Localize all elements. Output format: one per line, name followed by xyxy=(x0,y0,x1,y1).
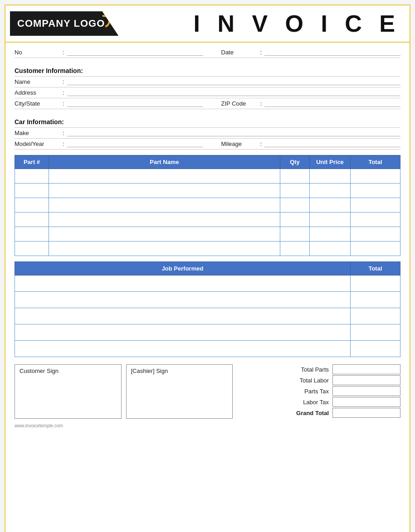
parts-name-cell[interactable] xyxy=(49,198,280,213)
total-parts-row: Total Parts xyxy=(237,364,400,374)
job-table-row[interactable] xyxy=(15,276,400,292)
no-value[interactable] xyxy=(67,49,203,56)
parts-name-cell[interactable] xyxy=(49,227,280,242)
parts-qty-cell[interactable] xyxy=(280,198,310,213)
parts-table-row[interactable] xyxy=(15,198,400,213)
parts-part-cell[interactable] xyxy=(15,169,49,184)
parts-name-cell[interactable] xyxy=(49,242,280,256)
job-table-row[interactable] xyxy=(15,341,400,357)
name-colon: : xyxy=(63,78,64,85)
job-desc-cell[interactable] xyxy=(15,276,351,292)
car-make-row: Make : xyxy=(15,128,400,139)
grand-total-value[interactable] xyxy=(332,408,400,418)
no-label: No xyxy=(15,49,60,56)
address-colon: : xyxy=(63,89,64,96)
citystate-value[interactable] xyxy=(67,101,203,107)
parts-unit-cell[interactable] xyxy=(310,242,351,256)
parts-total-cell[interactable] xyxy=(351,184,400,198)
parts-table-row[interactable] xyxy=(15,227,400,242)
parts-tax-label: Parts Tax xyxy=(237,388,332,395)
parts-unit-cell[interactable] xyxy=(310,184,351,198)
totals-section: Total Parts Total Labor Parts Tax Labor … xyxy=(237,364,400,419)
parts-total-cell[interactable] xyxy=(351,242,400,256)
total-parts-value[interactable] xyxy=(332,364,400,374)
total-parts-label: Total Parts xyxy=(237,366,332,373)
col-qty-header: Qty xyxy=(280,155,310,169)
invoice-no-date-row: No : Date : xyxy=(15,47,400,58)
job-total-cell[interactable] xyxy=(351,324,400,341)
parts-qty-cell[interactable] xyxy=(280,242,310,256)
total-labor-value[interactable] xyxy=(332,375,400,385)
parts-table-row[interactable] xyxy=(15,213,400,227)
parts-name-cell[interactable] xyxy=(49,184,280,198)
zipcode-value[interactable] xyxy=(264,101,400,107)
parts-unit-cell[interactable] xyxy=(310,169,351,184)
invoice-title: I N V O I C E xyxy=(194,10,401,37)
parts-total-cell[interactable] xyxy=(351,227,400,242)
parts-table-row[interactable] xyxy=(15,242,400,256)
parts-part-cell[interactable] xyxy=(15,213,49,227)
parts-qty-cell[interactable] xyxy=(280,213,310,227)
cashier-sign-box[interactable]: [Cashier] Sign xyxy=(126,364,233,419)
make-label: Make xyxy=(15,130,60,136)
parts-name-cell[interactable] xyxy=(49,213,280,227)
car-section-title: Car Information: xyxy=(15,114,400,128)
job-table-row[interactable] xyxy=(15,324,400,341)
name-value[interactable] xyxy=(67,79,400,85)
job-total-cell[interactable] xyxy=(351,276,400,292)
grand-total-row: Grand Total xyxy=(237,408,400,418)
parts-unit-cell[interactable] xyxy=(310,227,351,242)
parts-part-cell[interactable] xyxy=(15,242,49,256)
parts-part-cell[interactable] xyxy=(15,198,49,213)
content-area: No : Date : Customer Information: Name :… xyxy=(5,43,410,437)
parts-tax-row: Parts Tax xyxy=(237,386,400,396)
zipcode-label: ZIP Code xyxy=(221,100,258,107)
bottom-section: Customer Sign [Cashier] Sign Total Parts… xyxy=(15,364,400,419)
parts-unit-cell[interactable] xyxy=(310,213,351,227)
car-modelyear-row: Model/Year : Mileage : xyxy=(15,139,400,150)
parts-qty-cell[interactable] xyxy=(280,227,310,242)
parts-total-cell[interactable] xyxy=(351,169,400,184)
job-total-cell[interactable] xyxy=(351,308,400,324)
date-label: Date xyxy=(221,49,258,56)
job-table-row[interactable] xyxy=(15,308,400,324)
job-desc-cell[interactable] xyxy=(15,341,351,357)
job-desc-cell[interactable] xyxy=(15,292,351,308)
col-unit-header: Unit Price xyxy=(310,155,351,169)
parts-table-row[interactable] xyxy=(15,184,400,198)
mileage-value[interactable] xyxy=(264,141,400,147)
labor-tax-row: Labor Tax xyxy=(237,397,400,407)
address-value[interactable] xyxy=(67,90,400,96)
parts-qty-cell[interactable] xyxy=(280,184,310,198)
parts-name-cell[interactable] xyxy=(49,169,280,184)
mileage-label: Mileage xyxy=(221,140,258,147)
grand-total-label: Grand Total xyxy=(237,410,332,416)
job-table-row[interactable] xyxy=(15,292,400,308)
parts-unit-cell[interactable] xyxy=(310,198,351,213)
logo-text: COMPANY LOGO xyxy=(17,18,105,29)
parts-total-cell[interactable] xyxy=(351,198,400,213)
parts-table-row[interactable] xyxy=(15,169,400,184)
parts-part-cell[interactable] xyxy=(15,184,49,198)
job-total-cell[interactable] xyxy=(351,341,400,357)
job-desc-cell[interactable] xyxy=(15,324,351,341)
labor-tax-value[interactable] xyxy=(332,397,400,407)
job-table: Job Performed Total xyxy=(15,261,400,357)
parts-tax-value[interactable] xyxy=(332,386,400,396)
job-table-header: Job Performed Total xyxy=(15,262,400,276)
mileage-colon: : xyxy=(260,140,262,147)
col-job-total-header: Total xyxy=(351,262,400,276)
job-total-cell[interactable] xyxy=(351,292,400,308)
parts-qty-cell[interactable] xyxy=(280,169,310,184)
cashier-sign-label: [Cashier] Sign xyxy=(131,368,168,374)
modelyear-value[interactable] xyxy=(67,141,203,147)
col-name-header: Part Name xyxy=(49,155,280,169)
parts-total-cell[interactable] xyxy=(351,213,400,227)
date-value[interactable] xyxy=(264,49,400,56)
parts-part-cell[interactable] xyxy=(15,227,49,242)
customer-sign-box[interactable]: Customer Sign xyxy=(15,364,122,419)
signatures-area: Customer Sign [Cashier] Sign xyxy=(15,364,233,419)
job-desc-cell[interactable] xyxy=(15,308,351,324)
make-value[interactable] xyxy=(67,130,400,136)
date-colon: : xyxy=(260,49,262,56)
